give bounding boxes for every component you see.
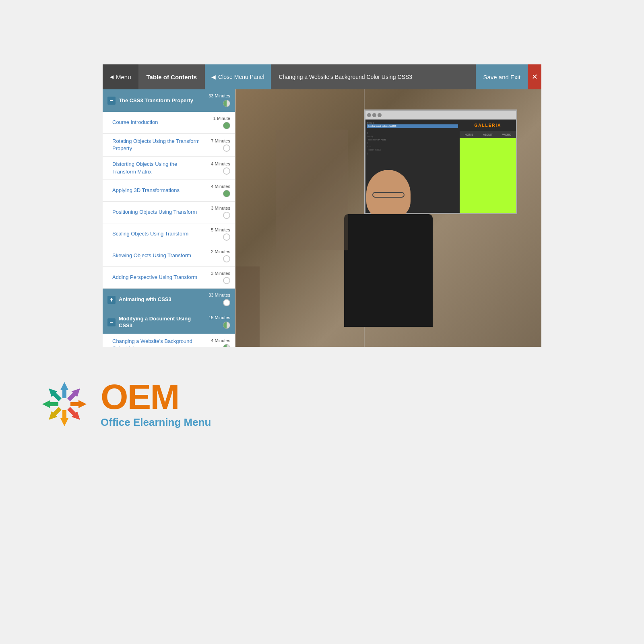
lesson-adding-perspective[interactable]: Adding Perspective Using Transform 3 Min… [103, 267, 235, 289]
close-button[interactable]: ✕ [528, 64, 541, 89]
lesson-meta-scaling-objects: 5 Minutes [202, 227, 230, 241]
section-minutes-animating: 33 Minutes [202, 293, 230, 297]
lesson-applying-3d[interactable]: Applying 3D Transformations 4 Minutes [103, 180, 235, 202]
section-title-animating: Animating with CSS3 [119, 296, 199, 303]
bg-element-2 [276, 130, 348, 250]
lesson-name-adding-perspective: Adding Perspective Using Transform [112, 274, 202, 281]
lesson-progress-scaling-objects [223, 233, 230, 241]
app-container: ◀ Menu Table of Contents ◀ Close Menu Pa… [103, 64, 541, 347]
lesson-name-positioning-objects: Positioning Objects Using Transform [112, 208, 202, 216]
logo-area: OEM Office Elearning Menu [0, 347, 644, 445]
section-modifying-doc[interactable]: − Modifying a Document Using CSS3 15 Min… [103, 311, 235, 334]
lesson-meta-course-intro: 1 Minute [202, 116, 230, 129]
save-exit-button[interactable]: Save and Exit [476, 64, 528, 89]
sidebar: − The CSS3 Transform Property 33 Minutes… [103, 89, 235, 347]
preview-header: GALLERIA [460, 120, 516, 131]
menu-button[interactable]: ◀ Menu [103, 64, 138, 89]
lesson-name-course-intro: Course Introduction [112, 119, 202, 126]
lesson-distorting-objects[interactable]: Distorting Objects Using the Transform M… [103, 157, 235, 180]
close-icon: ✕ [532, 72, 538, 81]
section-css3-transform[interactable]: − The CSS3 Transform Property 33 Minutes [103, 89, 235, 112]
top-spacer [0, 0, 644, 64]
lesson-scaling-objects[interactable]: Scaling Objects Using Transform 5 Minute… [103, 223, 235, 245]
section-minutes-modifying: 15 Minutes [202, 315, 230, 320]
lesson-progress-adding-perspective [223, 277, 230, 284]
lesson-name-scaling-objects: Scaling Objects Using Transform [112, 230, 202, 237]
lesson-meta-skewing-objects: 2 Minutes [202, 249, 230, 262]
preview-tab-1: HOME [460, 131, 479, 138]
svg-marker-3 [66, 405, 83, 422]
preview-logo: GALLERIA [474, 123, 501, 128]
lesson-minutes-scaling-objects: 5 Minutes [211, 227, 230, 232]
lesson-progress-changing-bg [223, 344, 230, 347]
screen-btn-3 [378, 113, 382, 117]
bg-element-1 [235, 266, 260, 347]
svg-marker-7 [46, 386, 63, 402]
current-lesson-label: Changing a Website's Background Color Us… [271, 74, 476, 80]
lesson-minutes-skewing-objects: 2 Minutes [211, 249, 230, 254]
lesson-progress-applying-3d [223, 190, 230, 197]
close-menu-chevron-icon: ◀ [211, 74, 216, 80]
screen-btn-2 [372, 113, 376, 117]
instructor-head [366, 170, 411, 218]
lesson-positioning-objects[interactable]: Positioning Objects Using Transform 3 Mi… [103, 202, 235, 223]
section-progress-animating [223, 299, 230, 306]
section-title-modifying: Modifying a Document Using CSS3 [119, 316, 199, 329]
svg-marker-0 [60, 382, 68, 398]
preview-tabs: HOME ABOUT WORK [460, 131, 516, 138]
lesson-changing-bg[interactable]: Changing a Website's Background Color Us… [103, 334, 235, 347]
menu-chevron-icon: ◀ [110, 74, 114, 80]
lesson-minutes-positioning-objects: 3 Minutes [211, 206, 230, 211]
video-area: body { background-color: #adff2f; } html… [235, 89, 541, 347]
oem-subtitle-text: Office Elearning Menu [101, 416, 211, 429]
menu-label: Menu [116, 74, 131, 80]
lesson-skewing-objects[interactable]: Skewing Objects Using Transform 2 Minute… [103, 245, 235, 267]
section-toggle-modifying[interactable]: − [107, 318, 116, 326]
lesson-minutes-rotating-objects: 7 Minutes [211, 138, 230, 143]
logo-text-area: OEM Office Elearning Menu [101, 379, 211, 429]
lesson-meta-applying-3d: 4 Minutes [202, 184, 230, 197]
toc-label: Table of Contents [138, 74, 205, 80]
svg-marker-2 [70, 400, 87, 408]
screen-toolbar [365, 111, 516, 120]
main-content: − The CSS3 Transform Property 33 Minutes… [103, 89, 541, 347]
lesson-meta-changing-bg: 4 Minutes [202, 338, 230, 347]
lesson-minutes-applying-3d: 4 Minutes [211, 184, 230, 189]
lesson-minutes-course-intro: 1 Minute [213, 116, 230, 121]
section-animating-css3[interactable]: + Animating with CSS3 33 Minutes [103, 289, 235, 311]
section-meta-animating: 33 Minutes [202, 293, 230, 307]
section-meta-css3-transform: 33 Minutes [202, 93, 230, 108]
lesson-name-distorting-objects: Distorting Objects Using the Transform M… [112, 161, 202, 175]
logo-arrows [40, 380, 89, 428]
lesson-progress-distorting-objects [223, 167, 230, 175]
screen-preview: GALLERIA HOME ABOUT WORK [460, 120, 516, 213]
lesson-meta-adding-perspective: 3 Minutes [202, 271, 230, 284]
video-scene: body { background-color: #adff2f; } html… [235, 89, 541, 347]
lesson-meta-rotating-objects: 7 Minutes [202, 138, 230, 152]
svg-marker-6 [42, 400, 58, 408]
preview-tab-2: ABOUT [479, 131, 497, 138]
svg-marker-5 [46, 405, 63, 422]
svg-marker-1 [66, 386, 83, 402]
section-progress-modifying [223, 322, 230, 329]
section-toggle-animating[interactable]: + [107, 296, 116, 304]
section-meta-modifying: 15 Minutes [202, 315, 230, 330]
section-toggle-css3-transform[interactable]: − [107, 97, 116, 105]
lesson-name-skewing-objects: Skewing Objects Using Transform [112, 252, 202, 259]
lesson-minutes-changing-bg: 4 Minutes [211, 338, 230, 343]
close-menu-button[interactable]: ◀ Close Menu Panel [205, 64, 270, 89]
lesson-rotating-objects[interactable]: Rotating Objects Using the Transform Pro… [103, 134, 235, 157]
lesson-minutes-adding-perspective: 3 Minutes [211, 271, 230, 276]
lesson-meta-positioning-objects: 3 Minutes [202, 206, 230, 219]
close-menu-label: Close Menu Panel [218, 74, 264, 80]
preview-content [460, 138, 516, 213]
lesson-name-rotating-objects: Rotating Objects Using the Transform Pro… [112, 138, 202, 152]
section-title-css3-transform: The CSS3 Transform Property [119, 97, 199, 104]
lesson-progress-skewing-objects [223, 255, 230, 262]
lesson-course-intro[interactable]: Course Introduction 1 Minute [103, 112, 235, 134]
section-progress-css3-transform [223, 100, 230, 107]
svg-marker-4 [60, 410, 68, 426]
lesson-progress-course-intro [223, 122, 230, 129]
lesson-name-applying-3d: Applying 3D Transformations [112, 187, 202, 194]
lesson-progress-positioning-objects [223, 212, 230, 219]
